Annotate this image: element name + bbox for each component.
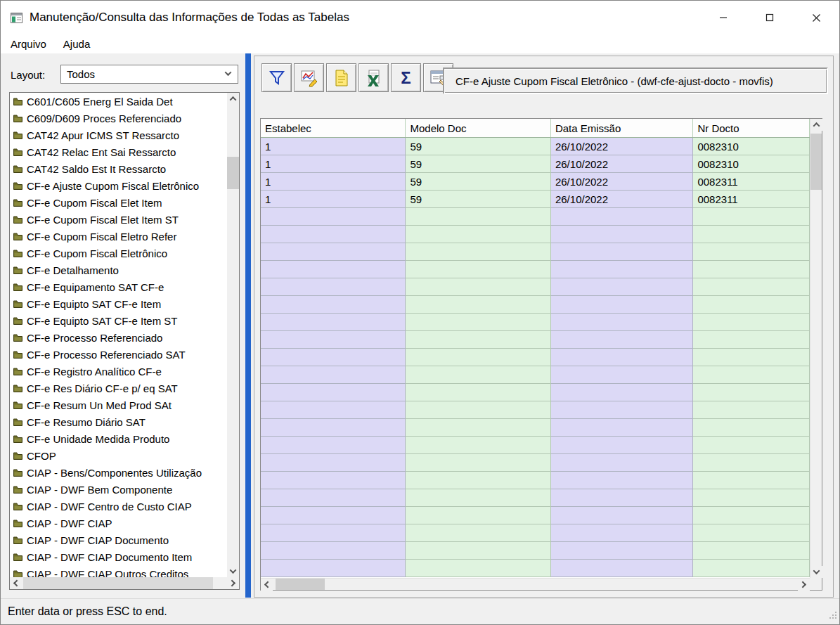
grid-cell[interactable]: [406, 314, 550, 331]
grid-cell[interactable]: [693, 366, 810, 384]
grid-cell[interactable]: [693, 314, 810, 331]
list-item[interactable]: CF-e Processo Referenciado SAT: [10, 346, 227, 363]
grid-cell[interactable]: [551, 524, 693, 542]
grid-cell[interactable]: [551, 208, 693, 226]
grid-cell[interactable]: [551, 226, 693, 243]
grid-cell[interactable]: [693, 401, 810, 419]
panel-splitter[interactable]: [245, 53, 251, 598]
list-item[interactable]: CF-e Cupom Fiscal Elet Item ST: [10, 211, 227, 228]
list-item[interactable]: CAT42 Apur ICMS ST Ressarcto: [10, 127, 227, 143]
grid-vertical-scrollbar[interactable]: [810, 119, 822, 578]
grid-cell[interactable]: [406, 278, 550, 296]
document-button[interactable]: [326, 63, 356, 92]
grid-cell[interactable]: [406, 331, 550, 349]
grid-row[interactable]: [261, 560, 810, 577]
resize-grip[interactable]: [828, 610, 838, 623]
scrollbar-thumb[interactable]: [810, 134, 822, 190]
grid-column-header[interactable]: Data Emissão: [551, 119, 693, 137]
grid-row[interactable]: [261, 296, 810, 314]
grid-cell[interactable]: [551, 489, 693, 507]
list-item[interactable]: CAT42 Relac Ent Sai Ressarcto: [10, 143, 227, 160]
list-item[interactable]: CIAP - DWF CIAP Outros Creditos: [10, 565, 227, 577]
list-item[interactable]: CF-e Res Diário CF-e p/ eq SAT: [10, 380, 227, 397]
list-vertical-scrollbar[interactable]: [227, 93, 239, 577]
grid-cell[interactable]: [261, 226, 406, 243]
grid-cell[interactable]: [551, 419, 693, 437]
list-item[interactable]: C601/C605 Energ El Saida Det: [10, 93, 227, 110]
menu-item-arquivo[interactable]: Arquivo: [2, 36, 55, 52]
grid-cell[interactable]: [261, 419, 406, 437]
grid-cell[interactable]: [551, 278, 693, 296]
list-horizontal-scrollbar[interactable]: [10, 577, 239, 589]
list-item[interactable]: CAT42 Saldo Est It Ressarcto: [10, 160, 227, 177]
list-item[interactable]: CF-e Resum Un Med Prod SAt: [10, 397, 227, 413]
scrollbar-track[interactable]: [22, 577, 227, 589]
grid-cell[interactable]: [261, 331, 406, 349]
grid-row[interactable]: [261, 507, 810, 524]
grid-cell[interactable]: 26/10/2022: [551, 173, 693, 191]
grid-cell[interactable]: [693, 349, 810, 366]
list-item[interactable]: CIAP - DWF CIAP: [10, 515, 227, 531]
grid-cell[interactable]: [261, 472, 406, 489]
grid-column-header[interactable]: Nr Docto: [693, 119, 810, 137]
list-item[interactable]: CF-e Unidade Medida Produto: [10, 430, 227, 447]
grid-cell[interactable]: [261, 278, 406, 296]
grid-row[interactable]: [261, 489, 810, 507]
grid-cell[interactable]: [261, 366, 406, 384]
grid-horizontal-scrollbar[interactable]: [261, 578, 810, 590]
grid-cell[interactable]: [693, 331, 810, 349]
grid-cell[interactable]: 0082311: [693, 191, 810, 208]
grid-cell[interactable]: [693, 454, 810, 472]
grid-cell[interactable]: [693, 560, 810, 577]
grid-cell[interactable]: 59: [406, 173, 550, 191]
list-item[interactable]: C609/D609 Proces Referenciado: [10, 110, 227, 127]
grid-row[interactable]: 15926/10/20220082311: [261, 191, 810, 208]
grid-cell[interactable]: [551, 314, 693, 331]
grid-cell[interactable]: [551, 542, 693, 560]
grid-cell[interactable]: [261, 208, 406, 226]
menu-item-ajuda[interactable]: Ajuda: [55, 36, 98, 52]
list-item[interactable]: CIAP - DWF Centro de Custo CIAP: [10, 498, 227, 515]
grid-row[interactable]: [261, 524, 810, 542]
grid-cell[interactable]: [551, 454, 693, 472]
grid-row[interactable]: [261, 226, 810, 243]
scrollbar-track[interactable]: [273, 579, 798, 590]
grid-cell[interactable]: [551, 401, 693, 419]
grid-cell[interactable]: [551, 507, 693, 524]
scrollbar-thumb[interactable]: [276, 579, 325, 590]
grid-row[interactable]: [261, 454, 810, 472]
grid-cell[interactable]: [261, 261, 406, 278]
grid-cell[interactable]: [406, 454, 550, 472]
grid-cell[interactable]: [261, 384, 406, 401]
grid-cell[interactable]: [693, 243, 810, 261]
grid-cell[interactable]: 26/10/2022: [551, 138, 693, 155]
grid-cell[interactable]: [406, 437, 550, 454]
grid-cell[interactable]: 1: [261, 191, 406, 208]
grid-cell[interactable]: [261, 437, 406, 454]
grid-cell[interactable]: [406, 419, 550, 437]
grid-column-header[interactable]: Estabelec: [261, 119, 406, 137]
list-item[interactable]: CF-e Cupom Fiscal Eletro Refer: [10, 228, 227, 245]
grid-row[interactable]: [261, 331, 810, 349]
grid-cell[interactable]: [693, 524, 810, 542]
grid-cell[interactable]: [406, 349, 550, 366]
grid-cell[interactable]: [406, 472, 550, 489]
grid-cell[interactable]: 1: [261, 173, 406, 191]
grid-row[interactable]: [261, 472, 810, 489]
grid-cell[interactable]: [406, 401, 550, 419]
grid-cell[interactable]: [261, 489, 406, 507]
grid-row[interactable]: 15926/10/20220082311: [261, 173, 810, 191]
grid-cell[interactable]: [261, 454, 406, 472]
grid-row[interactable]: [261, 419, 810, 437]
grid-cell[interactable]: [693, 384, 810, 401]
grid-cell[interactable]: [693, 542, 810, 560]
grid-cell[interactable]: [551, 366, 693, 384]
scroll-left-button[interactable]: [261, 579, 273, 591]
grid-row[interactable]: [261, 243, 810, 261]
grid-cell[interactable]: [551, 331, 693, 349]
grid-cell[interactable]: 26/10/2022: [551, 191, 693, 208]
grid-cell[interactable]: [551, 384, 693, 401]
scroll-up-button[interactable]: [227, 93, 239, 105]
grid-cell[interactable]: 0082310: [693, 155, 810, 173]
list-item[interactable]: CIAP - DWF Bem Componente: [10, 481, 227, 498]
